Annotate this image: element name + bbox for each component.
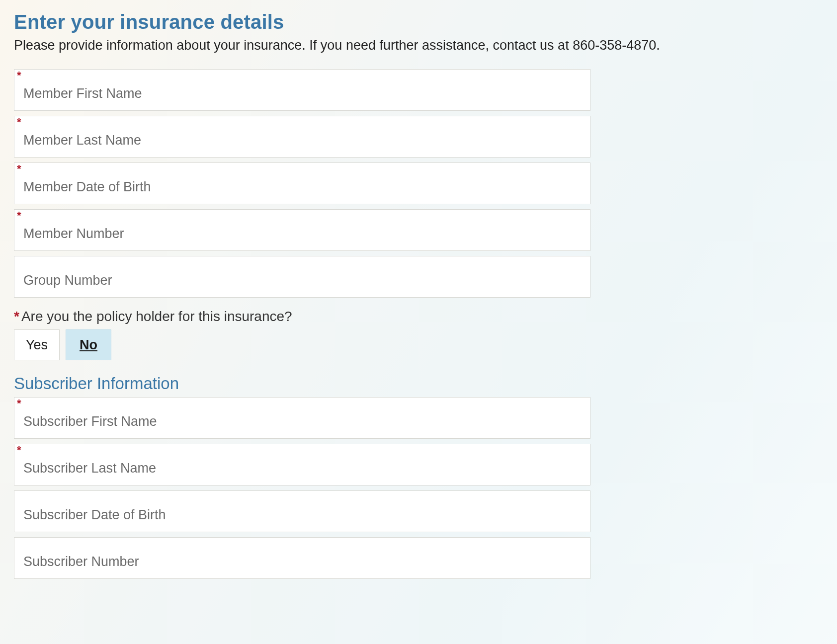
field-member-number: * — [14, 209, 590, 251]
member-dob-input[interactable] — [14, 162, 590, 204]
subscriber-last-name-input[interactable] — [14, 444, 590, 485]
page-container: Enter your insurance details Please prov… — [0, 0, 837, 604]
subscriber-first-name-input[interactable] — [14, 397, 590, 439]
form-column: * * * * *Are you the policy holder for t… — [14, 69, 590, 579]
field-member-first-name: * — [14, 69, 590, 111]
subscriber-number-input[interactable] — [14, 537, 590, 579]
page-intro-text: Please provide information about your in… — [14, 36, 823, 54]
policy-holder-question: *Are you the policy holder for this insu… — [14, 309, 590, 324]
policy-holder-toggle: Yes No — [14, 329, 590, 360]
subscriber-dob-input[interactable] — [14, 490, 590, 532]
policy-holder-question-label: Are you the policy holder for this insur… — [21, 309, 292, 324]
field-subscriber-first-name: * — [14, 397, 590, 439]
field-member-last-name: * — [14, 116, 590, 158]
group-number-input[interactable] — [14, 256, 590, 298]
field-subscriber-dob — [14, 490, 590, 532]
page-title: Enter your insurance details — [14, 11, 823, 33]
field-member-dob: * — [14, 162, 590, 204]
policy-holder-no-button[interactable]: No — [66, 329, 111, 360]
member-number-input[interactable] — [14, 209, 590, 251]
field-subscriber-last-name: * — [14, 444, 590, 485]
subscriber-section-title: Subscriber Information — [14, 374, 590, 393]
policy-holder-yes-button[interactable]: Yes — [14, 329, 60, 360]
field-group-number — [14, 256, 590, 298]
member-last-name-input[interactable] — [14, 116, 590, 158]
required-icon: * — [14, 309, 19, 324]
member-first-name-input[interactable] — [14, 69, 590, 111]
field-subscriber-number — [14, 537, 590, 579]
